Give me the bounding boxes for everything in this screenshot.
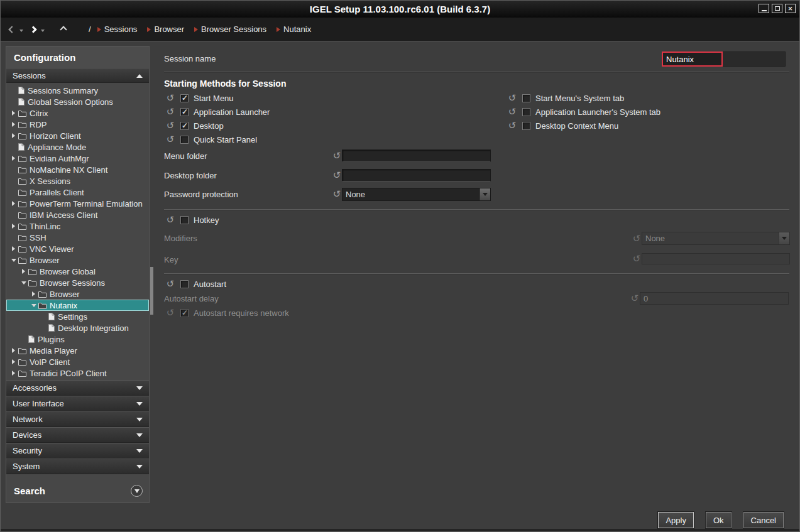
tree-item-appliance-mode[interactable]: Appliance Mode	[6, 141, 149, 153]
tree-item-media-player[interactable]: Media Player	[6, 345, 149, 356]
desktop-context-menu-checkbox[interactable]	[522, 122, 530, 130]
folder-icon	[18, 370, 26, 377]
expand-arrow-icon[interactable]	[10, 371, 17, 376]
hotkey-checkbox[interactable]	[180, 216, 189, 224]
reset-icon[interactable]: ↺	[332, 171, 342, 180]
expand-arrow-icon[interactable]	[10, 246, 17, 251]
reset-icon[interactable]: ↺	[165, 121, 175, 130]
desktop-folder-input[interactable]	[342, 169, 491, 182]
sidebar-section-accessories[interactable]: Accessories	[6, 380, 149, 396]
tree-item-powerterm-terminal-emulation[interactable]: PowerTerm Terminal Emulation	[6, 198, 149, 209]
application-launcher-s-system-tab-checkbox[interactable]	[522, 108, 530, 116]
tree-item-plugins[interactable]: Plugins	[6, 334, 149, 345]
tree-item-browser[interactable]: Browser	[6, 288, 149, 300]
ok-button[interactable]: Ok	[706, 512, 732, 528]
application-launcher-checkbox[interactable]	[180, 108, 189, 116]
expand-arrow-icon[interactable]	[10, 348, 17, 353]
desktop-checkbox[interactable]	[180, 122, 189, 130]
expand-arrow-icon[interactable]	[10, 133, 17, 138]
tree-item-thinlinc[interactable]: ThinLinc	[6, 220, 149, 232]
tree-item-nutanix[interactable]: Nutanix	[6, 300, 149, 311]
collapse-arrow-icon[interactable]	[20, 281, 27, 285]
expand-arrow-icon[interactable]	[10, 156, 17, 161]
start-menu-s-system-tab-checkbox[interactable]	[522, 94, 530, 102]
breadcrumb-item-nutanix[interactable]: Nutanix	[277, 24, 311, 34]
menu-folder-input[interactable]	[342, 149, 491, 162]
collapse-arrow-icon[interactable]	[30, 304, 37, 307]
search-row: Search	[6, 480, 149, 502]
session-name-input-extension[interactable]	[723, 52, 786, 67]
reset-icon[interactable]: ↺	[165, 215, 175, 224]
breadcrumb-item-browser-sessions[interactable]: Browser Sessions	[194, 24, 266, 34]
start-menu-checkbox[interactable]	[180, 94, 189, 102]
tree-item-browser[interactable]: Browser	[6, 254, 149, 266]
sidebar-scrollbar[interactable]	[150, 267, 153, 315]
up-button[interactable]	[57, 22, 70, 37]
reset-icon[interactable]: ↺	[165, 280, 175, 288]
password-protection-dropdown[interactable]: None	[342, 188, 491, 201]
tree-item-rdp[interactable]: RDP	[6, 119, 149, 130]
expand-arrow-icon[interactable]	[10, 224, 17, 229]
tree-item-global-session-options[interactable]: Global Session Options	[6, 96, 149, 107]
sidebar-section-network[interactable]: Network	[6, 411, 149, 427]
reset-icon[interactable]: ↺	[507, 107, 517, 116]
back-history-caret-icon[interactable]	[19, 30, 23, 32]
expand-arrow-icon[interactable]	[10, 359, 17, 364]
tree-item-browser-global[interactable]: Browser Global	[6, 266, 149, 277]
minimize-button[interactable]	[759, 4, 769, 13]
tree-item-nomachine-nx-client[interactable]: NoMachine NX Client	[6, 164, 149, 175]
search-expand-button[interactable]	[131, 485, 143, 497]
reset-icon: ↺	[632, 254, 642, 263]
tree-item-vnc-viewer[interactable]: VNC Viewer	[6, 243, 149, 254]
tree-item-ibm-iaccess-client[interactable]: IBM iAccess Client	[6, 209, 149, 220]
expand-arrow-icon[interactable]	[20, 269, 27, 274]
hotkey-row: ↺ Hotkey	[165, 214, 219, 226]
reset-icon[interactable]: ↺	[165, 107, 175, 116]
tree-item-evidian-authmgr[interactable]: Evidian AuthMgr	[6, 153, 149, 164]
tree-item-settings[interactable]: Settings	[6, 311, 149, 322]
sidebar-section-user-interface[interactable]: User Interface	[6, 396, 149, 411]
tree-item-voip-client[interactable]: VoIP Client	[6, 356, 149, 367]
tree-item-desktop-integration[interactable]: Desktop Integration	[6, 322, 149, 334]
section-label: Accessories	[13, 383, 57, 393]
reset-icon[interactable]: ↺	[165, 135, 175, 144]
dropdown-arrow-button[interactable]	[479, 188, 490, 200]
reset-icon[interactable]: ↺	[507, 121, 517, 130]
tree-item-x-sessions[interactable]: X Sessions	[6, 175, 149, 187]
chevron-down-icon	[134, 489, 140, 493]
hotkey-label: Hotkey	[194, 215, 219, 225]
expand-arrow-icon[interactable]	[30, 291, 37, 296]
reset-icon[interactable]: ↺	[332, 151, 342, 160]
tree-item-horizon-client[interactable]: Horizon Client	[6, 130, 149, 141]
forward-history-caret-icon[interactable]	[41, 30, 45, 32]
tree-item-sessions-summary[interactable]: Sessions Summary	[6, 85, 149, 96]
sidebar-section-system[interactable]: System	[6, 459, 149, 474]
breadcrumb-item-sessions[interactable]: Sessions	[97, 24, 138, 34]
tree-item-citrix[interactable]: Citrix	[6, 107, 149, 119]
reset-icon[interactable]: ↺	[165, 94, 175, 102]
sidebar-section-devices[interactable]: Devices	[6, 427, 149, 443]
breadcrumb-item-browser[interactable]: Browser	[147, 24, 184, 34]
sidebar-section-security[interactable]: Security	[6, 443, 149, 459]
reset-icon[interactable]: ↺	[507, 94, 517, 102]
expand-arrow-icon[interactable]	[10, 201, 17, 206]
tree-item-teradici-pcoip-client[interactable]: Teradici PCoIP Client	[6, 367, 149, 379]
tree-item-ssh[interactable]: SSH	[6, 232, 149, 243]
apply-button[interactable]: Apply	[658, 512, 694, 528]
collapse-arrow-icon[interactable]	[10, 259, 17, 262]
quick-start-panel-checkbox[interactable]	[180, 136, 189, 144]
cancel-button[interactable]: Cancel	[743, 512, 784, 528]
session-name-input[interactable]: Nutanix	[662, 52, 723, 67]
back-button[interactable]	[6, 22, 18, 37]
tree-item-browser-sessions[interactable]: Browser Sessions	[6, 277, 149, 288]
expand-arrow-icon[interactable]	[10, 122, 17, 127]
reset-icon[interactable]: ↺	[332, 190, 342, 198]
expand-arrow-icon[interactable]	[10, 111, 17, 116]
forward-button[interactable]	[27, 22, 40, 37]
maximize-button[interactable]	[772, 4, 782, 13]
sidebar-section-sessions[interactable]: Sessions	[6, 68, 149, 83]
folder-icon	[18, 189, 26, 196]
close-button[interactable]: ✕	[785, 4, 796, 13]
autostart-checkbox[interactable]	[180, 280, 189, 288]
tree-item-parallels-client[interactable]: Parallels Client	[6, 187, 149, 198]
